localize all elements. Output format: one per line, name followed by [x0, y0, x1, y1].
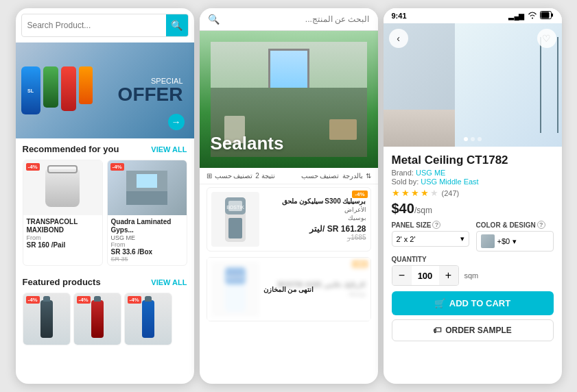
star-3: ★: [411, 188, 419, 198]
cylinder-green: [43, 66, 58, 108]
glass-lines: [540, 37, 541, 133]
dot-2[interactable]: [471, 137, 475, 141]
product-price: $40/sqm: [392, 201, 554, 217]
s2-product-item-1[interactable]: BOSTIK برسيليك S300 سيليكون ملحق الأعراض…: [207, 187, 371, 252]
spray-can-icon-3: [142, 300, 154, 338]
signal-icon: ▂▄▆: [508, 12, 524, 20]
svg-rect-2: [137, 174, 157, 188]
quantity-control: − +: [392, 265, 459, 286]
product-name-2: Quadra Laminated Gyps...: [111, 218, 183, 234]
brand-label: Brand:: [392, 169, 414, 177]
quantity-plus-button[interactable]: +: [439, 266, 458, 285]
recommended-view-all[interactable]: VIEW ALL: [151, 145, 187, 154]
cylinder-blue: SL: [21, 66, 40, 114]
battery-icon: [540, 11, 554, 21]
color-help-icon[interactable]: ?: [537, 221, 545, 229]
product-price-1: SR 160 /Pail: [27, 241, 99, 249]
color-design-label: COLOR & DESIGN ?: [476, 221, 554, 229]
featured-header: Featured products VIEW ALL: [16, 271, 194, 290]
filter-right[interactable]: تصنيف حسب بالدرجة ⇅: [301, 172, 371, 180]
cylinder-orange: [79, 66, 93, 104]
s2-product-title-1: برسيليك S300 سيليكون ملحق: [265, 197, 366, 205]
wishlist-button[interactable]: ♡: [537, 29, 556, 48]
product-hero-image: ‹ ♡: [384, 23, 562, 147]
tag-icon: 🏷: [433, 326, 441, 335]
chevron-down-icon: ▾: [460, 234, 464, 243]
product-from-1: From: [27, 234, 99, 241]
quantity-unit: sqm: [464, 271, 479, 280]
back-button[interactable]: ‹: [389, 29, 408, 48]
star-2: ★: [401, 188, 410, 198]
s2-product-sub-1: الأعراض: [265, 206, 366, 213]
filter-left[interactable]: ⊞ تصنيف حسب 2 نتيجة: [207, 172, 275, 180]
panel-size-group: PANEL SIZE ? 2' x 2' ▾: [392, 221, 469, 252]
s2-hero-banner: Sealants: [200, 31, 378, 168]
hero-title: Sealants: [211, 133, 284, 154]
featured-card-3[interactable]: -4%: [124, 293, 172, 345]
featured-badge-3: -4%: [128, 296, 141, 304]
banner-offer-text: OFFER: [118, 85, 183, 104]
color-swatch-select[interactable]: +$0 ▾: [476, 231, 554, 252]
bucket-icon: [45, 169, 80, 207]
quantity-row: − + sqm: [392, 265, 554, 286]
s2-product-brand-1: بوسيك: [265, 215, 366, 221]
price-value: $40: [392, 201, 414, 216]
back-icon: ‹: [397, 33, 400, 44]
product-brand-2: USG ME: [111, 234, 183, 241]
panel-size-value: 2' x 2': [397, 235, 416, 243]
featured-badge-1: -4%: [26, 296, 40, 304]
search-icon: 🔍: [171, 20, 182, 31]
s2-search-input[interactable]: [225, 14, 370, 24]
sort-label: تصنيف حسب: [301, 172, 340, 180]
search-input[interactable]: [22, 16, 166, 34]
panel-size-help-icon[interactable]: ?: [432, 221, 440, 229]
quantity-minus-button[interactable]: −: [392, 266, 412, 285]
svg-rect-14: [541, 12, 549, 19]
featured-badge-2: -4%: [77, 296, 91, 304]
out-of-stock-text: انتهى من المخازن: [263, 286, 314, 293]
dot-1[interactable]: [464, 137, 468, 141]
s2-product-item-2[interactable]: BOSTIK كارباليك عالمي BOSTIK A325 بوسيك …: [207, 257, 371, 321]
banner-arrow-button[interactable]: →: [168, 114, 185, 130]
review-count: (247): [442, 189, 460, 197]
color-price-value: +$0: [497, 237, 510, 245]
s2-search-bar: 🔍: [200, 8, 378, 31]
svg-rect-13: [552, 14, 553, 17]
star-4: ★: [421, 188, 429, 198]
star-5: ★: [430, 188, 438, 198]
product-card-2[interactable]: -4% Quadra Laminated Gyps... USG ME From…: [107, 160, 187, 266]
product-info-1: TRANSPACOLL MAXIBOND From SR 160 /Pail: [23, 215, 102, 252]
status-bar: 9:41 ▂▄▆: [384, 8, 562, 23]
order-sample-button[interactable]: 🏷 ORDER SAMPLE: [392, 319, 554, 341]
sold-by-label: Sold by:: [392, 177, 419, 186]
search-button[interactable]: 🔍: [166, 14, 188, 36]
panel-size-label: PANEL SIZE ?: [392, 221, 469, 229]
arrow-right-icon: →: [172, 117, 181, 127]
panel-size-select[interactable]: 2' x 2' ▾: [392, 231, 469, 247]
options-row: PANEL SIZE ? 2' x 2' ▾ COLOR & DESIGN ?: [392, 221, 554, 252]
color-swatch-box: [481, 234, 495, 248]
cart-icon: 🛒: [434, 298, 445, 308]
quantity-input[interactable]: [412, 271, 439, 281]
svg-rect-7: [228, 218, 242, 238]
featured-card-1[interactable]: -4%: [23, 293, 71, 345]
product-from-2: From: [111, 241, 183, 248]
svg-text:BOSTIK: BOSTIK: [226, 205, 244, 210]
filter-bar: ⊞ تصنيف حسب 2 نتيجة تصنيف حسب بالدرجة ⇅: [200, 168, 378, 184]
sold-by-value: USG Middle East: [421, 177, 478, 186]
discount-badge-1: -4%: [26, 163, 40, 171]
product-name-1: TRANSPACOLL MAXIBOND: [27, 218, 99, 234]
s2-product-details-1: برسيليك S300 سيليكون ملحق الأعراض بوسيك …: [265, 197, 366, 241]
featured-card-2[interactable]: -4%: [73, 293, 121, 345]
image-dots: [464, 137, 482, 141]
filter-count: 2 نتيجة: [255, 172, 274, 180]
featured-view-all[interactable]: VIEW ALL: [151, 278, 187, 286]
search-bar: 🔍: [21, 14, 189, 37]
product-card-1[interactable]: -4% TRANSPACOLL MAXIBOND From SR 160 /Pa…: [23, 160, 103, 266]
product-title: Metal Ceiling CT1782: [392, 154, 554, 167]
add-to-cart-button[interactable]: 🛒 ADD TO CART: [392, 291, 554, 315]
order-sample-label: ORDER SAMPLE: [445, 326, 512, 335]
dot-3[interactable]: [478, 137, 482, 141]
add-to-cart-label: ADD TO CART: [449, 298, 510, 308]
filter-icon: ⊞: [207, 172, 212, 180]
